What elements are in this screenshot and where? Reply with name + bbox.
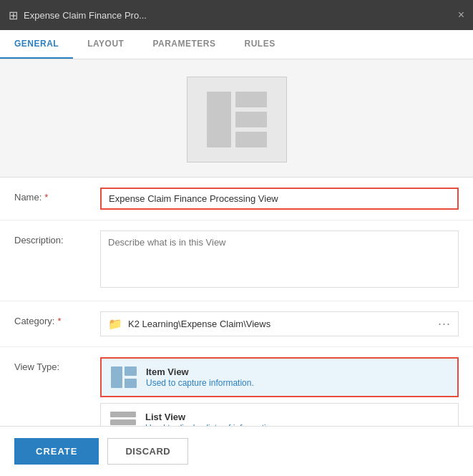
svg-rect-2 — [235, 112, 267, 127]
category-field-container: 📁 K2 Learning\Expense Claim\Views ··· — [100, 311, 459, 336]
create-button[interactable]: CREATE — [14, 438, 99, 465]
svg-rect-7 — [110, 412, 136, 417]
form-area: Name: * Description: Category: * — [0, 177, 473, 426]
view-preview-icon — [187, 77, 287, 162]
title-bar-left: ⊞ Expense Claim Finance Pro... — [9, 9, 147, 22]
description-row: Description: — [0, 220, 473, 301]
discard-button[interactable]: DISCARD — [107, 438, 188, 465]
svg-rect-6 — [125, 379, 137, 388]
footer: CREATE DISCARD — [0, 426, 473, 476]
view-type-row: View Type: Item View Used to capture inf… — [0, 347, 473, 426]
category-value: K2 Learning\Expense Claim\Views — [128, 319, 432, 329]
description-label: Description: — [14, 230, 100, 246]
description-field — [100, 230, 459, 291]
main-content: Name: * Description: Category: * — [0, 59, 473, 426]
item-view-text: Item View Used to capture information. — [146, 366, 254, 388]
item-view-option[interactable]: Item View Used to capture information. — [100, 357, 459, 397]
view-type-label: View Type: — [14, 357, 100, 372]
tab-parameters[interactable]: PARAMETERS — [138, 30, 230, 59]
close-button[interactable]: × — [458, 9, 464, 21]
tabs-bar: GENERAL LAYOUT PARAMETERS RULES — [0, 30, 473, 59]
title-bar: ⊞ Expense Claim Finance Pro... × — [0, 0, 473, 30]
svg-rect-1 — [235, 92, 267, 107]
category-required-star: * — [57, 316, 61, 326]
category-more-button[interactable]: ··· — [438, 316, 451, 331]
list-view-option[interactable]: List View Used to display lists of infor… — [100, 403, 459, 426]
name-label: Name: * — [14, 188, 100, 203]
svg-rect-4 — [111, 366, 122, 388]
list-view-text: List View Used to display lists of infor… — [145, 412, 278, 426]
category-row: Category: * 📁 K2 Learning\Expense Claim\… — [0, 301, 473, 347]
tab-layout[interactable]: LAYOUT — [73, 30, 138, 59]
name-input[interactable] — [100, 188, 459, 210]
view-type-options: Item View Used to capture information. L… — [100, 357, 459, 426]
svg-rect-5 — [125, 366, 137, 376]
description-textarea[interactable] — [100, 230, 459, 288]
name-row: Name: * — [0, 178, 473, 220]
category-label: Category: * — [14, 311, 100, 326]
svg-rect-0 — [207, 92, 231, 147]
preview-area — [0, 59, 473, 177]
name-field — [100, 188, 459, 210]
svg-rect-8 — [110, 419, 136, 425]
tab-general[interactable]: GENERAL — [0, 30, 73, 59]
tab-rules[interactable]: RULES — [230, 30, 290, 59]
window-icon: ⊞ — [9, 9, 18, 22]
svg-rect-3 — [235, 132, 267, 147]
window-title: Expense Claim Finance Pro... — [24, 10, 147, 21]
name-required-star: * — [44, 192, 48, 203]
category-field[interactable]: 📁 K2 Learning\Expense Claim\Views ··· — [100, 311, 459, 336]
category-folder-icon: 📁 — [108, 317, 122, 331]
